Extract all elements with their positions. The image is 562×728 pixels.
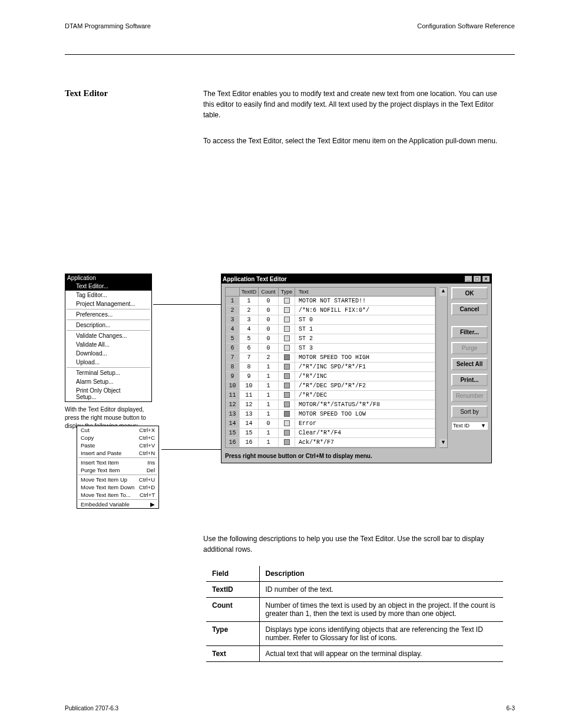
menu-item-tag-editor[interactable]: Tag Editor... — [65, 291, 151, 299]
ctx-embedded-variable[interactable]: Embedded Variable▶ — [77, 500, 158, 508]
scroll-down-icon[interactable]: ▼ — [439, 439, 447, 447]
table-row[interactable]: 220/*N:6 NOFILL FIX:0*/ — [226, 306, 435, 315]
table-row[interactable]: 660ST 3 — [226, 344, 435, 353]
sort-by-combo[interactable]: Text ID ▼ — [451, 421, 488, 430]
table-row[interactable]: 991/*R*/INC — [226, 372, 435, 381]
menu-item-description[interactable]: Description... — [65, 321, 151, 330]
row-header[interactable]: 14 — [226, 419, 240, 428]
cell-text[interactable]: MOTOR SPEED TOO HIGH — [295, 353, 435, 362]
cell-textid: 6 — [240, 344, 259, 353]
menu-item-print-only-object-setup[interactable]: Print Only Object Setup... — [65, 386, 151, 401]
table-row[interactable]: 881/*R*/INC SPD/*R*/F1 — [226, 363, 435, 372]
table-row[interactable]: 16161Ack/*R*/F7 — [226, 438, 435, 447]
description-intro: Use the following descriptions to help y… — [203, 533, 503, 555]
desc-field: Text — [206, 646, 259, 662]
row-header[interactable]: 9 — [226, 372, 240, 381]
app-menu-title[interactable]: Application — [65, 274, 151, 282]
window-titlebar[interactable]: Application Text Editor _ □ × — [222, 274, 491, 284]
menu-item-alarm-setup[interactable]: Alarm Setup... — [65, 377, 151, 386]
chevron-down-icon[interactable]: ▼ — [481, 423, 486, 429]
row-header[interactable]: 6 — [226, 344, 240, 353]
ctx-cut[interactable]: CutCtrl+X — [77, 426, 158, 434]
row-header[interactable]: 12 — [226, 400, 240, 409]
ctx-insert-text-item[interactable]: Insert Text ItemIns — [77, 459, 158, 466]
table-row[interactable]: 12121MOTOR/*R*/STATUS/*R*/F8 — [226, 400, 435, 410]
cell-text[interactable]: MOTOR SPEED TOO LOW — [295, 410, 435, 419]
row-header[interactable]: 7 — [226, 353, 240, 362]
menu-item-preferences[interactable]: Preferences... — [65, 310, 151, 319]
ok-button[interactable]: OK — [451, 287, 488, 299]
close-icon[interactable]: × — [482, 275, 490, 282]
cell-type — [279, 391, 295, 400]
cell-text[interactable]: ST 3 — [295, 344, 435, 353]
row-header[interactable]: 16 — [226, 438, 240, 447]
row-header[interactable]: 10 — [226, 381, 240, 390]
menu-item-download[interactable]: Download... — [65, 349, 151, 358]
status-bar: Press right mouse button or Ctrl+M to di… — [222, 452, 491, 463]
table-row[interactable]: 15151Clear/*R*/F4 — [226, 429, 435, 438]
ctx-insert-and-paste[interactable]: Insert and PasteCtrl+N — [77, 449, 158, 457]
ctx-purge-text-item[interactable]: Purge Text ItemDel — [77, 466, 158, 474]
row-header[interactable]: 5 — [226, 334, 240, 343]
minimize-icon[interactable]: _ — [464, 275, 472, 282]
row-header[interactable]: 8 — [226, 363, 240, 371]
table-row[interactable]: 550ST 2 — [226, 334, 435, 344]
menu-item-validate-all[interactable]: Validate All... — [65, 340, 151, 349]
cell-text[interactable]: /*R*/INC SPD/*R*/F1 — [295, 363, 435, 371]
cell-text[interactable]: MOTOR/*R*/STATUS/*R*/F8 — [295, 400, 435, 409]
ctx-move-up[interactable]: Move Text Item UpCtrl+U — [77, 476, 158, 483]
cell-text[interactable]: Error — [295, 419, 435, 428]
cell-text[interactable]: Ack/*R*/F7 — [295, 438, 435, 447]
scroll-up-icon[interactable]: ▲ — [439, 288, 447, 296]
cell-text[interactable]: /*R*/DEC — [295, 391, 435, 400]
menu-item-terminal-setup[interactable]: Terminal Setup... — [65, 368, 151, 377]
row-header[interactable]: 1 — [226, 297, 240, 305]
cell-text[interactable]: Clear/*R*/F4 — [295, 429, 435, 437]
table-row[interactable]: 14140Error — [226, 419, 435, 429]
col-type[interactable]: Type — [279, 288, 295, 296]
table-row[interactable]: 13131MOTOR SPEED TOO LOW — [226, 410, 435, 419]
ctx-move-to[interactable]: Move Text Item To...Ctrl+T — [77, 491, 158, 499]
ctx-paste[interactable]: PasteCtrl+V — [77, 442, 158, 449]
table-row[interactable]: 772MOTOR SPEED TOO HIGH — [226, 353, 435, 363]
row-header[interactable]: 13 — [226, 410, 240, 419]
th-description: Description — [259, 566, 503, 582]
table-row[interactable]: 440ST 1 — [226, 325, 435, 334]
menu-item-upload[interactable]: Upload... — [65, 358, 151, 367]
ctx-copy[interactable]: CopyCtrl+C — [77, 434, 158, 442]
table-row[interactable]: 110MOTOR NOT STARTED!! — [226, 297, 435, 306]
row-header[interactable]: 3 — [226, 315, 240, 324]
cancel-button[interactable]: Cancel — [451, 303, 488, 315]
type-icon — [284, 326, 290, 332]
maximize-icon[interactable]: □ — [473, 275, 481, 282]
cell-type — [279, 325, 295, 334]
table-row[interactable]: 330ST 0 — [226, 315, 435, 325]
col-textid[interactable]: TextID — [240, 288, 259, 296]
cell-text[interactable]: /*N:6 NOFILL FIX:0*/ — [295, 306, 435, 315]
cell-text[interactable]: MOTOR NOT STARTED!! — [295, 297, 435, 305]
col-count[interactable]: Count — [259, 288, 279, 296]
filter-button[interactable]: Filter... — [451, 326, 488, 338]
col-text[interactable]: Text — [295, 288, 435, 296]
table-row[interactable]: 10101/*R*/DEC SPD/*R*/F2 — [226, 381, 435, 391]
row-header[interactable]: 11 — [226, 391, 240, 400]
cell-type — [279, 400, 295, 409]
print-button[interactable]: Print... — [451, 374, 488, 386]
vertical-scrollbar[interactable]: ▲ ▼ — [439, 287, 448, 448]
row-header[interactable]: 15 — [226, 429, 240, 437]
cell-text[interactable]: ST 0 — [295, 315, 435, 324]
cell-text[interactable]: ST 2 — [295, 334, 435, 343]
menu-item-text-editor[interactable]: Text Editor... — [65, 282, 151, 291]
cell-text[interactable]: ST 1 — [295, 325, 435, 334]
menu-item-project-management[interactable]: Project Management... — [65, 299, 151, 308]
table-row[interactable]: 11111/*R*/DEC — [226, 391, 435, 400]
text-editor-grid[interactable]: TextID Count Type Text 110MOTOR NOT STAR… — [225, 287, 436, 448]
row-header[interactable]: 4 — [226, 325, 240, 334]
ctx-move-down[interactable]: Move Text Item DownCtrl+D — [77, 483, 158, 491]
cell-text[interactable]: /*R*/INC — [295, 372, 435, 381]
select-all-button[interactable]: Select All — [451, 358, 488, 370]
row-header[interactable]: 2 — [226, 306, 240, 315]
menu-item-validate-changes[interactable]: Validate Changes... — [65, 331, 151, 340]
cell-text[interactable]: /*R*/DEC SPD/*R*/F2 — [295, 381, 435, 390]
cell-type — [279, 344, 295, 353]
